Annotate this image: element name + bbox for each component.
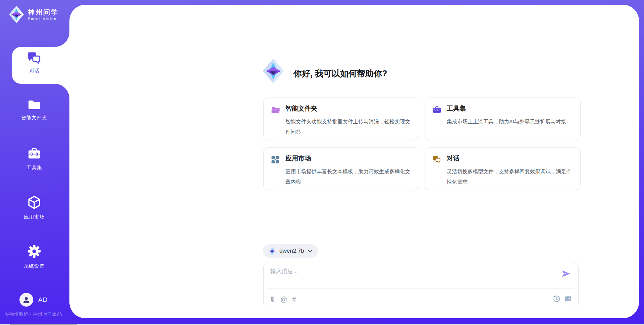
model-selector[interactable]: qwen2:7b	[263, 244, 318, 258]
card-description: 应用市场提供丰富长文本模板，助力高效生成多样化文章内容	[285, 166, 410, 187]
brand-text: 神州问学 Smart Vision	[28, 8, 59, 21]
card-title: 应用市场	[285, 154, 311, 163]
composer-left-tools: @ #	[270, 296, 296, 303]
card-description: 智能文件夹功能支持批量文件上传与清洗，轻松实现文件问答	[285, 116, 410, 137]
chat-bubbles-icon	[432, 155, 441, 165]
card-chat[interactable]: 对话 灵活切换多模型文件，支持多样回复效果调试，满足个性化需求	[425, 147, 581, 190]
copyright-text: ©神州数码 · 神州问学出品	[5, 311, 62, 317]
sidebar-item-chat[interactable]: 对话	[12, 47, 69, 84]
brand-name: 神州问学	[28, 8, 59, 16]
card-toolset[interactable]: 工具集 集成市场上主流工具，助力AI与外界无缝扩展与对接	[425, 97, 581, 140]
user-account[interactable]: AD	[19, 293, 48, 307]
person-avatar-icon	[19, 293, 33, 307]
grid-icon	[271, 155, 279, 165]
sidebar-item-settings[interactable]: 系统设置	[11, 244, 58, 269]
chat-bubbles-icon	[27, 51, 42, 66]
brand-diamond-icon	[268, 247, 276, 256]
card-smart-folder[interactable]: 智能文件夹 智能文件夹功能支持批量文件上传与清洗，轻松实现文件问答	[263, 97, 419, 140]
card-app-market[interactable]: 应用市场 应用市场提供丰富长文本模板，助力高效生成多样化文章内容	[263, 147, 419, 190]
app-logo: 神州问学 Smart Vision	[9, 5, 59, 23]
tab-curve-top	[55, 32, 69, 47]
composer-divider	[268, 288, 574, 289]
sidebar-item-app-market[interactable]: 应用市场	[11, 195, 58, 220]
history-icon[interactable]	[552, 295, 560, 303]
composer-right-tools	[552, 295, 572, 303]
message-composer: @ #	[263, 262, 579, 308]
greeting-title: 你好, 我可以如何帮助你?	[293, 68, 387, 79]
send-icon[interactable]	[561, 270, 571, 279]
sidebar-item-label: 系统设置	[11, 263, 58, 269]
card-description: 灵活切换多模型文件，支持多样回复效果调试，满足个性化需求	[447, 166, 572, 187]
feedback-bubble-icon[interactable]	[565, 296, 572, 303]
card-title: 对话	[447, 154, 460, 163]
brand-subtitle: Smart Vision	[28, 17, 59, 21]
sidebar-item-label: 智能文件夹	[11, 115, 58, 121]
brand-diamond-icon	[262, 58, 284, 85]
briefcase-icon	[432, 106, 441, 115]
sidebar-item-label: 工具集	[11, 165, 58, 171]
folder-icon	[28, 106, 41, 111]
brand-diamond-icon	[9, 5, 24, 23]
card-description: 集成市场上主流工具，助力AI与外界无缝扩展与对接	[447, 116, 572, 127]
sidebar-item-label: 对话	[12, 68, 56, 74]
attachment-icon[interactable]	[270, 296, 275, 303]
sidebar-item-smart-folder[interactable]: 智能文件夹	[11, 99, 58, 121]
feature-cards: 智能文件夹 智能文件夹功能支持批量文件上传与清洗，轻松实现文件问答 工具集 集成…	[263, 97, 581, 190]
horizontal-scrollbar[interactable]	[0, 324, 644, 325]
topic-icon[interactable]: #	[292, 296, 296, 303]
toolbox-icon	[28, 155, 41, 161]
folder-open-icon	[271, 106, 280, 115]
sidebar-item-toolset[interactable]: 工具集	[11, 147, 58, 171]
gear-icon	[27, 254, 42, 260]
tab-curve-bottom	[55, 84, 69, 99]
app-screen: 你好, 我可以如何帮助你? 智能文件夹 智能文件夹功能支持批量文件上传与清洗，轻…	[0, 0, 644, 325]
message-input[interactable]	[270, 267, 557, 286]
mention-icon[interactable]: @	[280, 296, 287, 303]
sidebar-item-label: 应用市场	[11, 214, 58, 220]
card-title: 工具集	[447, 104, 466, 113]
main-content-panel: 你好, 我可以如何帮助你? 智能文件夹 智能文件夹功能支持批量文件上传与清洗，轻…	[69, 5, 639, 318]
scrollbar-thumb[interactable]	[10, 324, 77, 325]
model-name: qwen2:7b	[279, 248, 304, 254]
user-name: AD	[38, 296, 48, 304]
card-title: 智能文件夹	[285, 104, 317, 113]
chevron-down-icon	[308, 250, 312, 253]
cube-icon	[27, 205, 41, 210]
